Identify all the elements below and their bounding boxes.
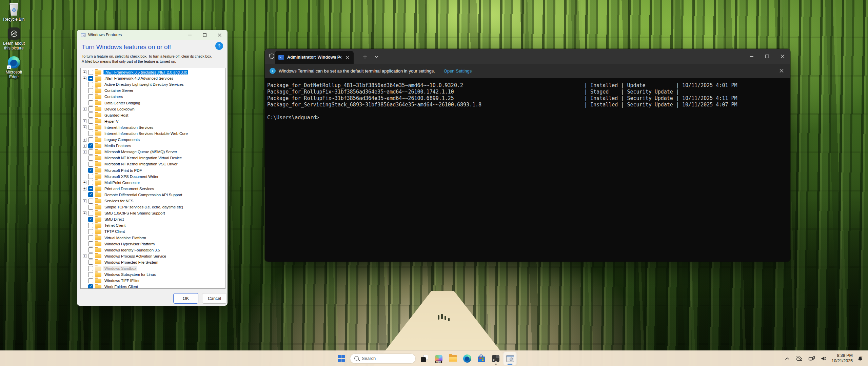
- feature-item[interactable]: Services for NFS: [83, 198, 225, 204]
- feature-checkbox[interactable]: [88, 70, 93, 75]
- feature-item[interactable]: Microsoft Print to PDF: [83, 167, 225, 174]
- feature-checkbox[interactable]: [88, 174, 93, 179]
- feature-item[interactable]: TFTP Client: [83, 228, 225, 235]
- feature-item[interactable]: Microsoft XPS Document Writer: [83, 174, 225, 180]
- feature-checkbox[interactable]: [88, 162, 93, 167]
- expand-toggle-icon[interactable]: [83, 70, 86, 74]
- volume-button[interactable]: [820, 355, 828, 362]
- terminal-tab[interactable]: >_ Administrator: Windows Powe: [275, 51, 354, 64]
- expand-toggle-icon[interactable]: [83, 199, 86, 203]
- feature-checkbox[interactable]: [88, 156, 93, 161]
- feature-checkbox[interactable]: [88, 247, 93, 252]
- expand-toggle-icon[interactable]: [83, 119, 86, 123]
- feature-checkbox[interactable]: [88, 180, 93, 185]
- terminal-titlebar[interactable]: >_ Administrator: Windows Powe: [265, 49, 790, 64]
- task-view-button[interactable]: [418, 352, 431, 365]
- feature-checkbox[interactable]: [88, 113, 93, 118]
- feature-item[interactable]: Windows Sandbox: [83, 265, 225, 271]
- dialog-titlebar[interactable]: Windows Features: [77, 30, 228, 40]
- help-button[interactable]: ?: [215, 42, 223, 50]
- feature-item[interactable]: Work Folders Client: [83, 284, 225, 289]
- feature-checkbox[interactable]: [88, 205, 93, 210]
- windows-features-button[interactable]: [503, 352, 517, 365]
- start-button[interactable]: [334, 352, 348, 365]
- feature-checkbox[interactable]: [88, 260, 93, 265]
- cancel-button[interactable]: Cancel: [202, 293, 227, 304]
- feature-checkbox[interactable]: [88, 235, 93, 240]
- feature-item[interactable]: Internet Information Services Hostable W…: [83, 130, 225, 137]
- expand-toggle-icon[interactable]: [83, 107, 86, 111]
- features-list[interactable]: .NET Framework 3.5 (includes .NET 2.0 an…: [80, 68, 225, 289]
- expand-toggle-icon[interactable]: [83, 77, 86, 80]
- file-explorer-button[interactable]: [446, 352, 460, 365]
- maximize-button[interactable]: [759, 49, 775, 64]
- feature-checkbox[interactable]: [88, 131, 93, 136]
- feature-item[interactable]: Simple TCPIP services (i.e. echo, daytim…: [83, 204, 225, 210]
- feature-checkbox[interactable]: [88, 82, 93, 87]
- feature-item[interactable]: Containers: [83, 94, 225, 100]
- expand-toggle-icon[interactable]: [83, 125, 86, 129]
- desktop-icon-microsoft-edge[interactable]: ↗ Microsoft Edge: [1, 56, 27, 79]
- feature-item[interactable]: Windows Identity Foundation 3.5: [83, 247, 225, 253]
- new-tab-button[interactable]: [360, 53, 370, 61]
- feature-item[interactable]: SMB Direct: [83, 216, 225, 222]
- feature-checkbox[interactable]: [88, 272, 93, 277]
- open-settings-link[interactable]: Open Settings: [444, 68, 472, 74]
- maximize-button[interactable]: [197, 30, 212, 40]
- feature-checkbox[interactable]: [88, 149, 93, 155]
- feature-item[interactable]: .NET Framework 4.8 Advanced Services: [83, 75, 225, 81]
- feature-item[interactable]: Data Center Bridging: [83, 100, 225, 106]
- feature-checkbox[interactable]: [88, 137, 93, 142]
- feature-checkbox[interactable]: [88, 76, 93, 81]
- network-button[interactable]: [807, 355, 816, 362]
- feature-item[interactable]: Telnet Client: [83, 222, 225, 228]
- feature-checkbox[interactable]: [88, 125, 93, 130]
- ok-button[interactable]: OK: [173, 293, 198, 304]
- search-input[interactable]: Search: [350, 353, 416, 364]
- feature-item[interactable]: Media Features: [83, 143, 225, 149]
- feature-item[interactable]: Microsoft NT Kernel Integration VSC Driv…: [83, 161, 225, 167]
- feature-checkbox[interactable]: [88, 143, 93, 148]
- feature-checkbox[interactable]: [88, 100, 93, 105]
- feature-checkbox[interactable]: [88, 229, 93, 234]
- feature-item[interactable]: Windows Hypervisor Platform: [83, 241, 225, 247]
- feature-checkbox[interactable]: [88, 223, 93, 228]
- feature-checkbox[interactable]: [88, 211, 93, 216]
- feature-checkbox[interactable]: [88, 119, 93, 124]
- feature-item[interactable]: Microsoft NT Kernel Integration Virtual …: [83, 155, 225, 161]
- feature-item[interactable]: Hyper-V: [83, 118, 225, 124]
- feature-checkbox[interactable]: [88, 241, 93, 246]
- onedrive-button[interactable]: [794, 355, 804, 362]
- feature-checkbox[interactable]: [88, 88, 93, 93]
- feature-checkbox[interactable]: [88, 253, 93, 259]
- feature-item[interactable]: Windows TIFF IFilter: [83, 278, 225, 284]
- tab-close-icon[interactable]: [343, 54, 351, 61]
- feature-item[interactable]: MultiPoint Connector: [83, 180, 225, 186]
- expand-toggle-icon[interactable]: [83, 144, 86, 148]
- feature-item[interactable]: Active Directory Lightweight Directory S…: [83, 81, 225, 87]
- feature-item[interactable]: Virtual Machine Platform: [83, 235, 225, 241]
- feature-checkbox[interactable]: [88, 94, 93, 99]
- feature-item[interactable]: Container Server: [83, 87, 225, 94]
- feature-checkbox[interactable]: [88, 284, 93, 289]
- feature-checkbox[interactable]: [88, 186, 93, 191]
- expand-toggle-icon[interactable]: [83, 150, 86, 154]
- feature-checkbox[interactable]: [88, 266, 93, 271]
- expand-toggle-icon[interactable]: [83, 211, 86, 215]
- expand-toggle-icon[interactable]: [83, 181, 86, 184]
- feature-checkbox[interactable]: [88, 192, 93, 197]
- tab-dropdown-button[interactable]: [372, 53, 381, 61]
- expand-toggle-icon[interactable]: [83, 254, 86, 258]
- feature-item[interactable]: SMB 1.0/CIFS File Sharing Support: [83, 210, 225, 216]
- minimize-button[interactable]: [744, 49, 759, 64]
- feature-item[interactable]: Windows Process Activation Service: [83, 253, 225, 259]
- feature-checkbox[interactable]: [88, 278, 93, 283]
- feature-item[interactable]: Remote Differential Compression API Supp…: [83, 192, 225, 198]
- terminal-output[interactable]: Package_for_DotNetRollup_481~31bf3856ad3…: [265, 78, 790, 262]
- feature-checkbox[interactable]: [88, 217, 93, 222]
- desktop-icon-recycle-bin[interactable]: ♻ Recycle Bin: [1, 3, 27, 22]
- clock[interactable]: 8:38 PM 10/21/2025: [831, 353, 853, 364]
- banner-close-icon[interactable]: [777, 67, 786, 75]
- feature-item[interactable]: .NET Framework 3.5 (includes .NET 2.0 an…: [83, 69, 225, 75]
- close-button[interactable]: [775, 49, 790, 64]
